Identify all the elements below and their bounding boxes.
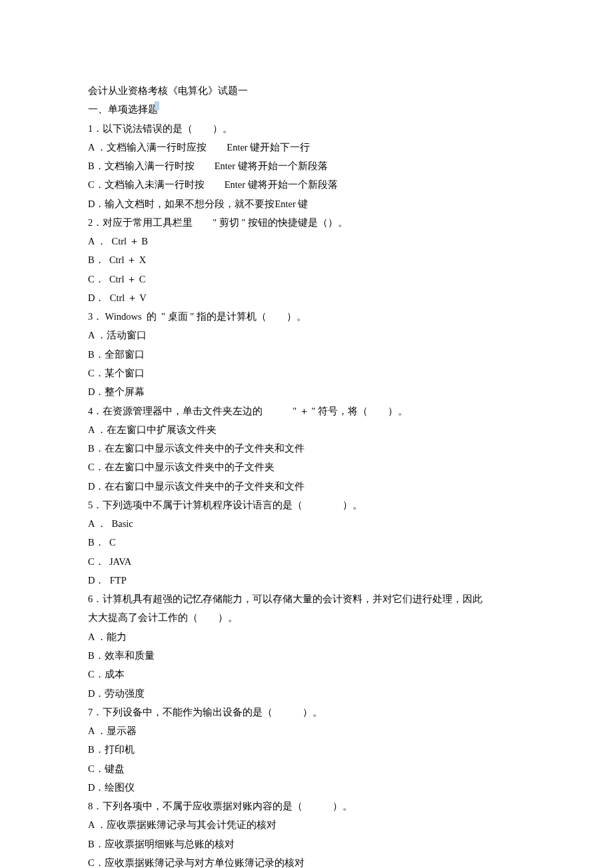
q2-option-c: C． Ctrl ＋ C <box>88 270 525 288</box>
q8-option-a: A ．应收票据账簿记录与其会计凭证的核对 <box>88 815 525 834</box>
q5-option-a: A ． Basic <box>88 514 525 533</box>
q6-option-c: C．成本 <box>88 665 525 683</box>
q7-stem: 7．下列设备中，不能作为输出设备的是（ ）。 <box>88 703 525 721</box>
q1-option-b: B．文档输入满一行时按 Enter 键将开始一个新段落 <box>88 157 525 175</box>
q8-stem: 8．下列各项中，不属于应收票据对账内容的是（ ）。 <box>88 797 525 815</box>
q1-option-a: A ．文档输入满一行时应按 Enter 键开始下一行 <box>88 138 525 157</box>
q3-option-d: D．整个屏幕 <box>88 382 525 401</box>
q6-option-b: B．效率和质量 <box>88 646 525 665</box>
q4-option-c: C．在左窗口中显示该文件夹中的子文件夹 <box>88 458 525 476</box>
q4-stem: 4．在资源管理器中，单击文件夹左边的 " ＋ " 符号，将（ ）。 <box>88 402 525 420</box>
q7-option-a: A ．显示器 <box>88 721 525 740</box>
q4-option-b: B．在左窗口中显示该文件夹中的子文件夹和文件 <box>88 439 525 458</box>
section-1-header: 一、单项选择题 <box>88 100 525 119</box>
q2-option-b: B． Ctrl ＋ X <box>88 250 525 269</box>
q7-option-b: B．打印机 <box>88 740 525 759</box>
q3-option-b: B．全部窗口 <box>88 345 525 364</box>
q8-option-c: C．应收票据账簿记录与对方单位账簿记录的核对 <box>88 853 525 868</box>
q6-option-a: A ．能力 <box>88 628 525 646</box>
q1-option-d: D．输入文档时，如果不想分段，就不要按Enter 键 <box>88 195 525 213</box>
q4-option-a: A ．在左窗口中扩展该文件夹 <box>88 420 525 439</box>
q5-option-c: C． JAVA <box>88 552 525 571</box>
q1-option-c: C．文档输入未满一行时按 Enter 键将开始一个新段落 <box>88 175 525 194</box>
section-1-header-text: 一、单项选择题 <box>88 100 158 119</box>
q8-option-b: B．应收票据明细账与总账的核对 <box>88 835 525 853</box>
q6-option-d: D．劳动强度 <box>88 684 525 703</box>
q7-option-c: C．键盘 <box>88 759 525 778</box>
q5-stem: 5．下列选项中不属于计算机程序设计语言的是（ ）。 <box>88 496 525 514</box>
q2-stem: 2．对应于常用工具栏里 " 剪切 " 按钮的快捷键是（）。 <box>88 213 525 232</box>
q3-stem: 3． Windows 的 " 桌面 " 指的是计算机（ ）。 <box>88 307 525 326</box>
q1-stem: 1．以下说法错误的是（ ）。 <box>88 119 525 138</box>
q5-option-b: B． C <box>88 533 525 552</box>
q6-stem-line2: 大大提高了会计工作的（ ）。 <box>88 608 525 627</box>
q3-option-c: C．某个窗口 <box>88 364 525 382</box>
q6-stem-line1: 6．计算机具有超强的记忆存储能力，可以存储大量的会计资料，并对它们进行处理，因此 <box>88 590 525 608</box>
q5-option-d: D． FTP <box>88 571 525 590</box>
q4-option-d: D．在右窗口中显示该文件夹中的子文件夹和文件 <box>88 477 525 496</box>
exam-page: 会计从业资格考核《电算化》试题一 一、单项选择题 1．以下说法错误的是（ ）。 … <box>0 0 613 868</box>
q3-option-a: A ．活动窗口 <box>88 326 525 344</box>
q7-option-d: D．绘图仪 <box>88 778 525 797</box>
doc-title: 会计从业资格考核《电算化》试题一 <box>88 81 525 100</box>
q2-option-a: A ． Ctrl ＋ B <box>88 232 525 250</box>
q2-option-d: D． Ctrl ＋ V <box>88 288 525 307</box>
